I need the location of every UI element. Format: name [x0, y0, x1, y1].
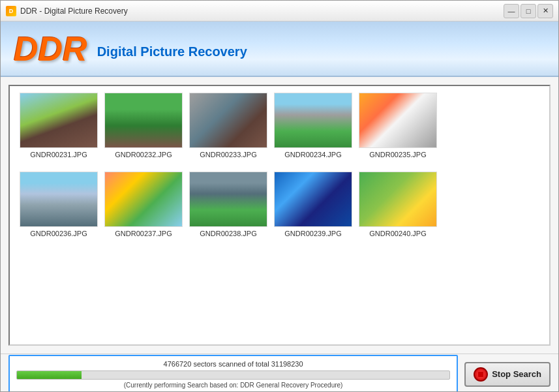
thumbnail-image — [359, 93, 437, 148]
list-item[interactable]: GNDR00231.JPG — [20, 93, 98, 158]
minimize-button[interactable]: — — [504, 4, 519, 18]
progress-text: 4766720 sectors scanned of total 3119823… — [16, 360, 450, 368]
thumbnail-image — [359, 172, 437, 227]
stop-icon-inner — [478, 372, 483, 377]
filename-label: GNDR00235.JPG — [369, 151, 426, 158]
filename-label: GNDR00238.JPG — [200, 230, 256, 237]
thumbnail-image — [189, 172, 267, 227]
gallery-row-1: GNDR00231.JPG GNDR00232.JPG GNDR00233.JP… — [20, 93, 543, 158]
thumbnail-image — [104, 172, 183, 227]
thumbnail-image — [274, 93, 352, 148]
ddr-logo: DDR — [14, 32, 87, 66]
filename-label: GNDR00236.JPG — [30, 230, 87, 237]
thumbnail-image — [189, 93, 267, 148]
progress-bar-fill — [17, 371, 82, 379]
progress-area: 4766720 sectors scanned of total 3119823… — [1, 354, 558, 392]
filename-label: GNDR00237.JPG — [115, 230, 172, 237]
title-bar-controls: — □ ✕ — [504, 4, 553, 18]
progress-box: 4766720 sectors scanned of total 3119823… — [8, 355, 458, 393]
title-bar-left: D DDR - Digital Picture Recovery — [6, 6, 128, 16]
maximize-button[interactable]: □ — [521, 4, 536, 18]
list-item[interactable]: GNDR00235.JPG — [359, 93, 437, 158]
filename-label: GNDR00239.JPG — [284, 230, 341, 237]
list-item[interactable]: GNDR00236.JPG — [20, 172, 98, 237]
filename-label: GNDR00234.JPG — [284, 151, 341, 158]
filename-label: GNDR00240.JPG — [369, 230, 426, 237]
gallery-scroll[interactable]: GNDR00231.JPG GNDR00232.JPG GNDR00233.JP… — [10, 86, 549, 344]
stop-search-button[interactable]: Stop Search — [464, 362, 551, 387]
progress-sub-text: (Currently performing Search based on: D… — [16, 382, 450, 389]
app-title: Digital Picture Recovery — [97, 44, 247, 59]
list-item[interactable]: GNDR00237.JPG — [104, 172, 183, 237]
thumbnail-image — [20, 172, 98, 227]
list-item[interactable]: GNDR00239.JPG — [274, 172, 352, 237]
list-item[interactable]: GNDR00238.JPG — [189, 172, 267, 237]
thumbnail-image — [104, 93, 183, 148]
list-item[interactable]: GNDR00234.JPG — [274, 93, 352, 158]
filename-label: GNDR00232.JPG — [115, 151, 172, 158]
title-bar: D DDR - Digital Picture Recovery — □ ✕ — [1, 1, 558, 22]
close-button[interactable]: ✕ — [537, 4, 553, 18]
filename-label: GNDR00233.JPG — [200, 151, 256, 158]
list-item[interactable]: GNDR00233.JPG — [189, 93, 267, 158]
list-item[interactable]: GNDR00232.JPG — [104, 93, 183, 158]
thumbnail-image — [274, 172, 352, 227]
gallery-row-2: GNDR00236.JPG GNDR00237.JPG GNDR00238.JP… — [20, 172, 543, 237]
stop-search-label: Stop Search — [492, 369, 541, 379]
thumbnail-image — [20, 93, 98, 148]
window-title: DDR - Digital Picture Recovery — [20, 7, 128, 16]
main-area: GNDR00231.JPG GNDR00232.JPG GNDR00233.JP… — [1, 77, 558, 354]
app-icon: D — [6, 6, 16, 16]
stop-icon — [474, 367, 488, 382]
app-header: DDR Digital Picture Recovery — [1, 22, 558, 77]
list-item[interactable]: GNDR00240.JPG — [359, 172, 437, 237]
gallery-container: GNDR00231.JPG GNDR00232.JPG GNDR00233.JP… — [8, 85, 551, 346]
filename-label: GNDR00231.JPG — [30, 151, 87, 158]
progress-bar-wrap — [16, 370, 450, 380]
